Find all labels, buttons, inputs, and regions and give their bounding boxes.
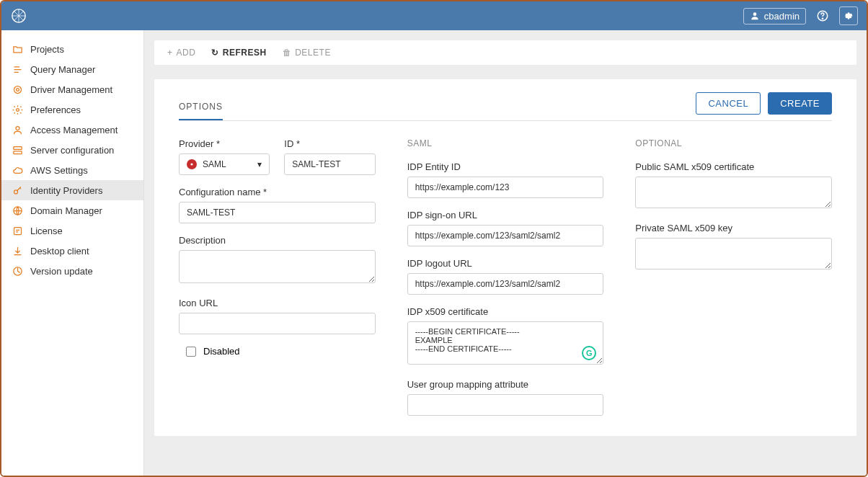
config-name-input[interactable] <box>179 202 376 223</box>
sidebar-item-label: Preferences <box>30 104 81 115</box>
sidebar-item-label: Access Management <box>30 125 118 135</box>
sidebar-item-label: Desktop client <box>30 246 89 257</box>
sidebar-item-version-update[interactable]: Version update <box>1 261 143 281</box>
settings-button[interactable] <box>839 6 858 25</box>
download-icon <box>12 245 23 257</box>
license-icon <box>12 225 23 236</box>
sidebar-item-license[interactable]: License <box>1 220 143 241</box>
icon-url-label: Icon URL <box>179 298 376 308</box>
sidebar-item-preferences[interactable]: Preferences <box>1 99 143 120</box>
logout-input[interactable] <box>407 273 604 295</box>
svg-point-1 <box>753 12 757 16</box>
sidebar-item-label: Query Manager <box>30 64 95 75</box>
disabled-checkbox[interactable] <box>186 347 196 357</box>
sidebar-item-label: Projects <box>30 44 64 55</box>
svg-rect-12 <box>14 227 21 234</box>
priv-key-input[interactable] <box>635 238 832 269</box>
group-mapping-label: User group mapping attribute <box>407 379 604 390</box>
disabled-label: Disabled <box>203 346 240 357</box>
group-mapping-input[interactable] <box>407 394 604 416</box>
sidebar-item-identity-providers[interactable]: Identity Providers <box>1 180 143 200</box>
pub-cert-label: Public SAML x509 certificate <box>635 161 832 172</box>
sidebar-item-label: AWS Settings <box>30 165 88 176</box>
delete-button[interactable]: 🗑 DELETE <box>283 48 331 58</box>
sidebar: Projects Query Manager Driver Management… <box>1 30 144 476</box>
domain-icon <box>12 205 23 216</box>
sidebar-item-label: Server configuration <box>30 145 114 156</box>
refresh-icon: ↻ <box>211 48 219 58</box>
query-icon <box>12 63 23 75</box>
id-input[interactable] <box>284 153 375 175</box>
sidebar-item-label: Driver Management <box>30 84 112 95</box>
toolbar-label: ADD <box>177 48 196 58</box>
cloud-icon <box>12 164 23 176</box>
saml-section-label: SAML <box>407 138 604 148</box>
chevron-down-icon: ▾ <box>257 159 262 169</box>
sidebar-item-access-management[interactable]: Access Management <box>1 120 143 140</box>
help-button[interactable] <box>813 6 832 25</box>
user-icon <box>750 11 760 21</box>
signon-input[interactable] <box>407 225 604 246</box>
username-label: cbadmin <box>764 11 800 22</box>
svg-point-3 <box>822 18 823 19</box>
toolbar-label: REFRESH <box>223 48 267 58</box>
svg-rect-8 <box>13 146 21 149</box>
logout-label: IDP logout URL <box>407 258 604 269</box>
add-button[interactable]: + ADD <box>167 48 195 58</box>
entity-id-input[interactable] <box>407 177 604 198</box>
help-icon <box>816 9 829 22</box>
pub-cert-input[interactable] <box>635 177 832 208</box>
gear-icon <box>843 10 854 22</box>
update-icon <box>12 265 23 277</box>
svg-point-6 <box>16 108 19 111</box>
sidebar-item-domain-manager[interactable]: Domain Manager <box>1 200 143 220</box>
cert-input[interactable] <box>407 321 604 365</box>
plus-icon: + <box>167 48 173 58</box>
refresh-button[interactable]: ↻ REFRESH <box>211 48 266 58</box>
provider-select[interactable]: SAML ▾ <box>179 153 270 175</box>
svg-point-14 <box>190 163 192 165</box>
driver-icon <box>12 84 23 95</box>
provider-value: SAML <box>203 159 226 169</box>
priv-key-label: Private SAML x509 key <box>635 223 832 233</box>
toolbar-label: DELETE <box>295 48 331 58</box>
sidebar-item-query-manager[interactable]: Query Manager <box>1 59 143 79</box>
description-input[interactable] <box>179 250 376 283</box>
signon-label: IDP sign-on URL <box>407 210 604 220</box>
sidebar-item-label: License <box>30 226 63 236</box>
svg-point-7 <box>16 126 19 130</box>
config-name-label: Configuration name * <box>179 187 376 197</box>
svg-point-10 <box>14 190 17 193</box>
trash-icon: 🗑 <box>283 48 292 58</box>
icon-url-input[interactable] <box>179 313 376 334</box>
svg-point-4 <box>14 86 21 93</box>
svg-point-5 <box>16 88 19 91</box>
sidebar-item-label: Domain Manager <box>30 205 102 216</box>
saml-icon <box>187 159 197 169</box>
tab-options[interactable]: OPTIONS <box>179 102 223 120</box>
sidebar-item-aws-settings[interactable]: AWS Settings <box>1 160 143 180</box>
id-label: ID * <box>284 138 375 149</box>
folder-icon <box>12 43 23 55</box>
sidebar-item-label: Identity Providers <box>30 185 102 196</box>
server-icon <box>12 144 23 156</box>
create-button[interactable]: CREATE <box>768 92 832 115</box>
sidebar-item-label: Version update <box>30 266 93 277</box>
optional-section-label: OPTIONAL <box>635 138 832 148</box>
sidebar-item-server-configuration[interactable]: Server configuration <box>1 140 143 160</box>
toolbar: + ADD ↻ REFRESH 🗑 DELETE <box>154 40 856 65</box>
svg-rect-9 <box>13 151 21 153</box>
user-badge[interactable]: cbadmin <box>743 8 806 24</box>
preferences-icon <box>12 104 23 115</box>
entity-id-label: IDP Entity ID <box>407 161 604 172</box>
access-icon <box>12 124 23 135</box>
sidebar-item-driver-management[interactable]: Driver Management <box>1 79 143 99</box>
cert-label: IDP x509 certificate <box>407 306 604 317</box>
description-label: Description <box>179 235 376 246</box>
app-logo[interactable] <box>10 7 27 24</box>
sidebar-item-desktop-client[interactable]: Desktop client <box>1 241 143 261</box>
cancel-button[interactable]: CANCEL <box>696 92 761 115</box>
key-icon <box>12 184 23 196</box>
provider-label: Provider * <box>179 138 270 149</box>
sidebar-item-projects[interactable]: Projects <box>1 39 143 59</box>
